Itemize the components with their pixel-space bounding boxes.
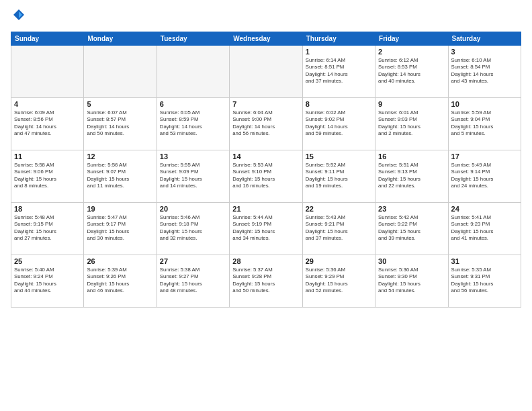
day-info: Sunrise: 6:12 AMSunset: 8:53 PMDaylight:…	[378, 57, 445, 85]
day-cell: 2Sunrise: 6:12 AMSunset: 8:53 PMDaylight…	[375, 45, 448, 97]
day-cell: 22Sunrise: 5:43 AMSunset: 9:21 PMDayligh…	[302, 202, 375, 255]
day-number: 3	[451, 48, 518, 56]
day-cell: 26Sunrise: 5:39 AMSunset: 9:26 PMDayligh…	[84, 255, 157, 307]
day-number: 30	[378, 257, 445, 265]
day-number: 13	[160, 152, 226, 161]
weekday-tuesday: Tuesday	[157, 32, 229, 45]
day-number: 19	[87, 205, 153, 213]
day-cell: 17Sunrise: 5:49 AMSunset: 9:14 PMDayligh…	[448, 150, 521, 202]
day-number: 25	[14, 257, 81, 265]
day-number: 17	[451, 152, 518, 161]
day-cell: 19Sunrise: 5:47 AMSunset: 9:17 PMDayligh…	[84, 202, 157, 255]
day-cell: 8Sunrise: 6:02 AMSunset: 9:02 PMDaylight…	[302, 97, 375, 150]
day-info: Sunrise: 5:56 AMSunset: 9:07 PMDaylight:…	[87, 162, 153, 190]
day-cell: 18Sunrise: 5:48 AMSunset: 9:15 PMDayligh…	[11, 202, 84, 255]
weekday-friday: Friday	[375, 32, 448, 45]
day-cell: 12Sunrise: 5:56 AMSunset: 9:07 PMDayligh…	[84, 150, 157, 202]
day-info: Sunrise: 5:48 AMSunset: 9:15 PMDaylight:…	[14, 214, 81, 242]
day-info: Sunrise: 5:35 AMSunset: 9:31 PMDaylight:…	[451, 267, 518, 295]
day-info: Sunrise: 5:44 AMSunset: 9:19 PMDaylight:…	[232, 214, 299, 242]
weekday-saturday: Saturday	[448, 32, 521, 45]
weekday-sunday: Sunday	[11, 32, 84, 45]
day-info: Sunrise: 6:04 AMSunset: 9:00 PMDaylight:…	[232, 109, 299, 138]
day-number: 4	[14, 100, 81, 108]
day-cell: 24Sunrise: 5:41 AMSunset: 9:23 PMDayligh…	[448, 202, 521, 255]
day-cell: 29Sunrise: 5:36 AMSunset: 9:29 PMDayligh…	[302, 255, 375, 307]
day-cell	[84, 45, 157, 97]
page: SundayMondayTuesdayWednesdayThursdayFrid…	[0, 0, 532, 411]
day-info: Sunrise: 6:10 AMSunset: 8:54 PMDaylight:…	[451, 57, 518, 85]
day-info: Sunrise: 5:37 AMSunset: 9:28 PMDaylight:…	[232, 267, 299, 295]
day-number: 18	[14, 205, 81, 213]
day-cell: 4Sunrise: 6:09 AMSunset: 8:56 PMDaylight…	[11, 97, 84, 150]
week-row-2: 11Sunrise: 5:58 AMSunset: 9:06 PMDayligh…	[11, 150, 521, 202]
day-info: Sunrise: 6:02 AMSunset: 9:02 PMDaylight:…	[306, 109, 372, 138]
day-number: 31	[451, 257, 518, 265]
day-number: 5	[87, 100, 153, 108]
day-cell: 9Sunrise: 6:01 AMSunset: 9:03 PMDaylight…	[375, 97, 448, 150]
day-cell: 21Sunrise: 5:44 AMSunset: 9:19 PMDayligh…	[230, 202, 302, 255]
day-number: 10	[451, 100, 518, 108]
day-cell: 31Sunrise: 5:35 AMSunset: 9:31 PMDayligh…	[448, 255, 521, 307]
logo-icon	[12, 8, 26, 21]
day-info: Sunrise: 5:42 AMSunset: 9:22 PMDaylight:…	[378, 214, 445, 242]
day-info: Sunrise: 5:49 AMSunset: 9:14 PMDaylight:…	[451, 162, 518, 190]
logo	[11, 8, 26, 26]
weekday-monday: Monday	[84, 32, 157, 45]
day-info: Sunrise: 5:55 AMSunset: 9:09 PMDaylight:…	[160, 162, 226, 190]
day-number: 8	[306, 100, 372, 108]
week-row-4: 25Sunrise: 5:40 AMSunset: 9:24 PMDayligh…	[11, 255, 521, 307]
day-info: Sunrise: 5:46 AMSunset: 9:18 PMDaylight:…	[160, 214, 226, 242]
day-number: 7	[232, 100, 299, 108]
day-number: 28	[232, 257, 299, 265]
day-number: 23	[378, 205, 445, 213]
day-info: Sunrise: 5:43 AMSunset: 9:21 PMDaylight:…	[306, 214, 372, 242]
day-cell: 14Sunrise: 5:53 AMSunset: 9:10 PMDayligh…	[230, 150, 302, 202]
day-info: Sunrise: 6:05 AMSunset: 8:59 PMDaylight:…	[160, 109, 226, 138]
day-info: Sunrise: 6:09 AMSunset: 8:56 PMDaylight:…	[14, 109, 81, 138]
day-number: 24	[451, 205, 518, 213]
day-cell	[230, 45, 302, 97]
day-cell: 5Sunrise: 6:07 AMSunset: 8:57 PMDaylight…	[84, 97, 157, 150]
day-info: Sunrise: 5:41 AMSunset: 9:23 PMDaylight:…	[451, 214, 518, 242]
day-info: Sunrise: 5:51 AMSunset: 9:13 PMDaylight:…	[378, 162, 445, 190]
week-row-3: 18Sunrise: 5:48 AMSunset: 9:15 PMDayligh…	[11, 202, 521, 255]
day-number: 1	[306, 48, 372, 56]
day-cell: 15Sunrise: 5:52 AMSunset: 9:11 PMDayligh…	[302, 150, 375, 202]
day-info: Sunrise: 5:36 AMSunset: 9:29 PMDaylight:…	[306, 267, 372, 295]
calendar-body: 1Sunrise: 6:14 AMSunset: 8:51 PMDaylight…	[11, 45, 521, 307]
day-cell: 16Sunrise: 5:51 AMSunset: 9:13 PMDayligh…	[375, 150, 448, 202]
day-info: Sunrise: 5:58 AMSunset: 9:06 PMDaylight:…	[14, 162, 81, 190]
day-info: Sunrise: 5:36 AMSunset: 9:30 PMDaylight:…	[378, 267, 445, 295]
day-cell	[157, 45, 229, 97]
day-info: Sunrise: 6:14 AMSunset: 8:51 PMDaylight:…	[306, 57, 372, 85]
day-info: Sunrise: 6:07 AMSunset: 8:57 PMDaylight:…	[87, 109, 153, 138]
day-number: 16	[378, 152, 445, 161]
week-row-1: 4Sunrise: 6:09 AMSunset: 8:56 PMDaylight…	[11, 97, 521, 150]
day-cell	[11, 45, 84, 97]
day-info: Sunrise: 5:40 AMSunset: 9:24 PMDaylight:…	[14, 267, 81, 295]
day-number: 9	[378, 100, 445, 108]
day-number: 2	[378, 48, 445, 56]
day-cell: 1Sunrise: 6:14 AMSunset: 8:51 PMDaylight…	[302, 45, 375, 97]
day-number: 22	[306, 205, 372, 213]
day-cell: 27Sunrise: 5:38 AMSunset: 9:27 PMDayligh…	[157, 255, 229, 307]
day-number: 15	[306, 152, 372, 161]
day-info: Sunrise: 6:01 AMSunset: 9:03 PMDaylight:…	[378, 109, 445, 138]
day-number: 11	[14, 152, 81, 161]
header	[11, 8, 521, 26]
day-cell: 11Sunrise: 5:58 AMSunset: 9:06 PMDayligh…	[11, 150, 84, 202]
day-number: 14	[232, 152, 299, 161]
day-number: 27	[160, 257, 226, 265]
week-row-0: 1Sunrise: 6:14 AMSunset: 8:51 PMDaylight…	[11, 45, 521, 97]
day-number: 6	[160, 100, 226, 108]
calendar: SundayMondayTuesdayWednesdayThursdayFrid…	[11, 32, 521, 308]
day-cell: 20Sunrise: 5:46 AMSunset: 9:18 PMDayligh…	[157, 202, 229, 255]
weekday-wednesday: Wednesday	[230, 32, 302, 45]
day-cell: 28Sunrise: 5:37 AMSunset: 9:28 PMDayligh…	[230, 255, 302, 307]
day-cell: 30Sunrise: 5:36 AMSunset: 9:30 PMDayligh…	[375, 255, 448, 307]
day-info: Sunrise: 5:59 AMSunset: 9:04 PMDaylight:…	[451, 109, 518, 138]
day-cell: 6Sunrise: 6:05 AMSunset: 8:59 PMDaylight…	[157, 97, 229, 150]
weekday-header: SundayMondayTuesdayWednesdayThursdayFrid…	[11, 32, 521, 45]
day-info: Sunrise: 5:39 AMSunset: 9:26 PMDaylight:…	[87, 267, 153, 295]
